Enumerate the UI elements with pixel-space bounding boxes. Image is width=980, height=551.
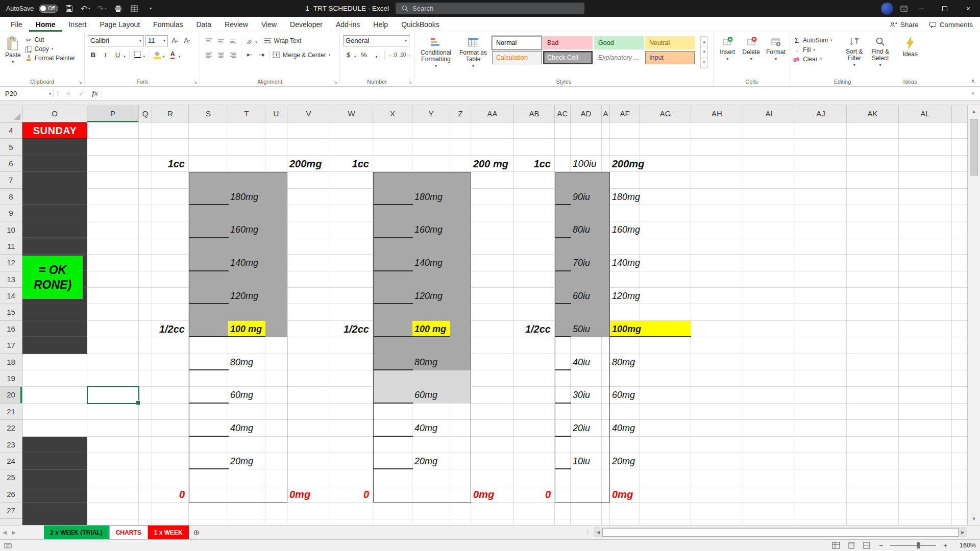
find-select-button[interactable]: Find & Select ▾ [868, 34, 893, 67]
column-header-U[interactable]: U [265, 105, 287, 122]
column-header-O[interactable]: O [22, 105, 87, 122]
alignment-dialog-launcher[interactable]: ↘ [333, 80, 337, 85]
row-header-7[interactable]: 7 [0, 172, 22, 188]
row-header-17[interactable]: 17 [0, 337, 22, 354]
selected-cell-P20[interactable] [87, 386, 139, 404]
autosum-button[interactable]: ΣAutoSum▾ [793, 36, 841, 44]
column-header-AA[interactable]: AA [471, 105, 514, 122]
row-header-13[interactable]: 13 [0, 271, 22, 288]
cell-style-calculation[interactable]: Calculation [492, 51, 542, 64]
clear-button[interactable]: Clear▾ [793, 56, 841, 63]
fill-color-dropdown-icon[interactable]: ▾ [163, 55, 165, 59]
vertical-scrollbar[interactable]: ▲ ▼ [967, 105, 980, 525]
expand-formula-bar-button[interactable]: ▾ [966, 87, 980, 100]
cell-style-explanatory[interactable]: Explanatory ... [594, 51, 644, 64]
row-header-27[interactable]: 27 [0, 503, 22, 519]
scroll-down-button[interactable]: ▼ [968, 514, 980, 524]
comments-button[interactable]: Comments [929, 21, 973, 29]
ribbon-display-options-button[interactable] [898, 2, 910, 15]
column-header-R[interactable]: R [152, 105, 189, 122]
undo-button[interactable]: ↶▾ [80, 2, 91, 15]
column-header-AK[interactable]: AK [847, 105, 899, 122]
row-header-8[interactable]: 8 [0, 189, 22, 205]
middle-align-button[interactable] [215, 35, 226, 46]
row-header-6[interactable]: 6 [0, 156, 22, 172]
accounting-format-button[interactable]: $ [343, 49, 354, 60]
menu-tab-home[interactable]: Home [29, 17, 62, 32]
column-header-AD[interactable]: AD [571, 105, 602, 122]
format-cells-button[interactable]: Format ▾ [764, 34, 788, 61]
menu-tab-data[interactable]: Data [189, 17, 218, 32]
gallery-down-button[interactable]: ▾ [701, 47, 707, 57]
row-header-22[interactable]: 22 [0, 420, 22, 436]
row-header-15[interactable]: 15 [0, 304, 22, 320]
search-box[interactable]: Search [396, 3, 584, 14]
zoom-slider-knob[interactable] [917, 542, 920, 548]
row-header-20[interactable]: 20 [0, 387, 22, 403]
horizontal-scrollbar[interactable]: ◀ ▶ [594, 528, 967, 537]
column-header-AB[interactable]: AB [514, 105, 555, 122]
scroll-left-button[interactable]: ◀ [594, 528, 602, 537]
sheet-canvas[interactable]: SUNDAY = OKRONE) 1cc200mg180mg160mg140mg… [22, 122, 967, 525]
formula-bar-grip[interactable]: ⋮ [54, 87, 62, 100]
delete-cells-button[interactable]: Delete ▾ [740, 34, 762, 61]
autosave-toggle[interactable]: Off [39, 5, 58, 13]
font-size-select[interactable]: 11▾ [145, 35, 168, 46]
cell-style-neutral[interactable]: Neutral [645, 36, 695, 49]
row-header-25[interactable]: 25 [0, 469, 22, 486]
quick-access-more-button[interactable]: ▾ [145, 2, 156, 15]
formula-input[interactable] [102, 87, 966, 100]
fill-button[interactable]: ↓Fill▾ [793, 46, 841, 54]
column-header-Q[interactable]: Q [139, 105, 152, 122]
bold-button[interactable]: B [88, 49, 99, 60]
menu-tab-help[interactable]: Help [366, 17, 395, 32]
scroll-right-button[interactable]: ▶ [959, 528, 967, 537]
borders-dropdown-icon[interactable]: ▾ [143, 55, 145, 59]
increase-font-size-button[interactable]: A▴ [169, 35, 180, 46]
cut-button[interactable]: ✂Cut [25, 36, 75, 43]
cell-style-good[interactable]: Good [594, 36, 644, 49]
cell-style-bad[interactable]: Bad [543, 36, 593, 49]
copy-button[interactable]: Copy▾ [25, 45, 75, 53]
row-header-10[interactable]: 10 [0, 221, 22, 238]
decrease-indent-button[interactable]: ⇤ [244, 49, 255, 60]
format-painter-button[interactable]: Format Painter [25, 55, 75, 62]
merge-center-button[interactable]: Merge & Center▾ [273, 49, 330, 60]
menu-tab-file[interactable]: File [4, 17, 29, 32]
horizontal-scroll-thumb[interactable] [602, 528, 959, 537]
cell-style-normal[interactable]: Normal [492, 36, 542, 49]
row-header-16[interactable]: 16 [0, 321, 22, 337]
format-as-table-button[interactable]: Format as Table ▾ [456, 34, 490, 68]
column-header-AH[interactable]: AH [691, 105, 743, 122]
menu-tab-quickbooks[interactable]: QuickBooks [395, 17, 446, 32]
insert-function-button[interactable]: fx [88, 87, 102, 100]
row-header-19[interactable]: 19 [0, 370, 22, 387]
column-header-A[interactable]: A [602, 105, 610, 122]
gallery-up-button[interactable]: ▴ [701, 37, 707, 47]
select-all-corner[interactable] [0, 105, 22, 122]
row-header-4[interactable]: 4 [0, 122, 22, 139]
cancel-entry-button[interactable]: × [62, 87, 75, 100]
align-center-button[interactable] [215, 49, 226, 60]
sheet-tab-1-x-week[interactable]: 1 x WEEK [148, 525, 189, 539]
ideas-button[interactable]: Ideas [898, 34, 922, 58]
scroll-up-button[interactable]: ▲ [968, 106, 980, 116]
print-button[interactable] [112, 2, 124, 15]
decrease-font-size-button[interactable]: A▾ [182, 35, 192, 46]
row-header-21[interactable]: 21 [0, 404, 22, 420]
increase-indent-button[interactable]: ⇥ [256, 49, 267, 60]
underline-button[interactable]: U [112, 49, 123, 60]
tab-bar-splitter[interactable]: ⋮ [585, 525, 591, 539]
font-dialog-launcher[interactable]: ↘ [193, 80, 198, 85]
column-header-Z[interactable]: Z [450, 105, 471, 122]
font-color-dropdown-icon[interactable]: ▾ [179, 55, 181, 59]
comma-style-button[interactable]: , [371, 49, 382, 60]
menu-tab-insert[interactable]: Insert [62, 17, 93, 32]
underline-dropdown-icon[interactable]: ▾ [124, 55, 126, 59]
column-header-V[interactable]: V [287, 105, 330, 122]
sheet-tab-2-x-week-trial[interactable]: 2 x WEEK (TRIAL) [44, 525, 109, 539]
sunday-cell[interactable]: SUNDAY [22, 122, 87, 139]
row-header-23[interactable]: 23 [0, 436, 22, 453]
fill-color-button[interactable] [152, 49, 162, 60]
column-header-T[interactable]: T [228, 105, 265, 122]
